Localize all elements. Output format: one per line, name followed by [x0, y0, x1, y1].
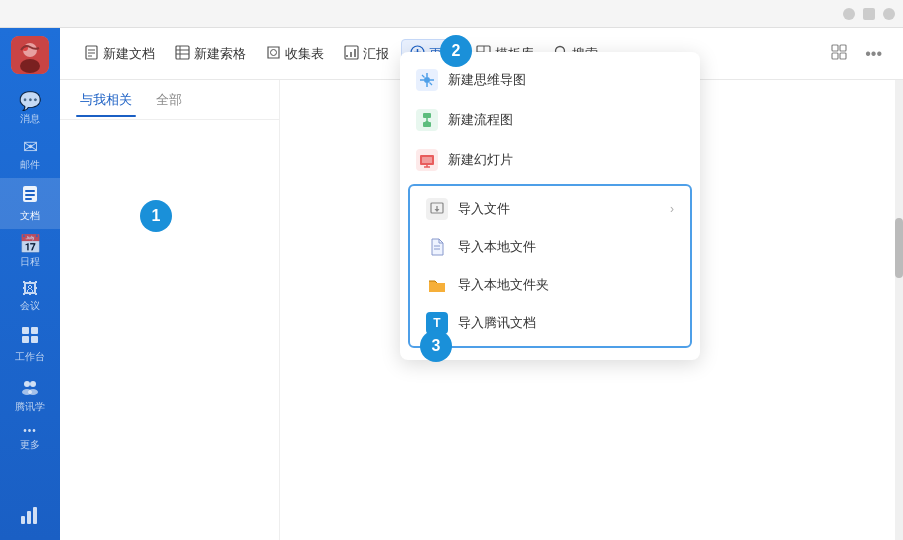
new-doc-icon [84, 45, 99, 63]
svg-point-13 [30, 381, 36, 387]
new-table-label: 新建索格 [194, 45, 246, 63]
import-local-folder-label: 导入本地文件夹 [458, 276, 549, 294]
svg-point-44 [424, 77, 430, 83]
report-button[interactable]: 汇报 [336, 40, 397, 68]
sidebar-item-docs[interactable]: 文档 [0, 178, 60, 229]
sidebar-item-mail[interactable]: ✉ 邮件 [0, 132, 60, 178]
svg-rect-8 [22, 327, 29, 334]
import-local-file[interactable]: 导入本地文件 [410, 228, 690, 266]
workspace-icon [20, 325, 40, 348]
import-section: 导入文件 › 导入本地文件 [408, 184, 692, 348]
import-icon [426, 198, 448, 220]
import-chevron-icon: › [670, 202, 674, 216]
mindmap-icon [416, 69, 438, 91]
sidebar-item-workspace[interactable]: 工作台 [0, 319, 60, 370]
svg-rect-56 [422, 157, 432, 163]
maximize-button[interactable] [863, 8, 875, 20]
svg-point-27 [271, 49, 277, 55]
svg-rect-40 [832, 45, 838, 51]
sidebar-label-calendar: 日程 [20, 255, 40, 269]
sidebar-label-more: 更多 [20, 438, 40, 452]
tab-all[interactable]: 全部 [152, 83, 186, 117]
scrollbar-thumb[interactable] [895, 218, 903, 278]
report-icon [344, 45, 359, 63]
dropdown-slides[interactable]: 新建幻灯片 [400, 140, 700, 180]
stats-icon [19, 504, 41, 530]
collect-button[interactable]: 收集表 [258, 40, 332, 68]
sidebar-label-docs: 文档 [20, 209, 40, 223]
minimize-button[interactable] [843, 8, 855, 20]
tab-related[interactable]: 与我相关 [76, 83, 136, 117]
import-local-file-label: 导入本地文件 [458, 238, 536, 256]
mindmap-label: 新建思维导图 [448, 71, 526, 89]
svg-rect-41 [840, 45, 846, 51]
svg-rect-18 [33, 507, 37, 524]
svg-point-2 [20, 59, 40, 73]
avatar[interactable] [11, 36, 49, 74]
flow-label: 新建流程图 [448, 111, 513, 129]
badge-2: 2 [440, 35, 472, 67]
svg-rect-43 [840, 53, 846, 59]
import-tencent-docs[interactable]: T 导入腾讯文档 [410, 304, 690, 342]
svg-rect-10 [22, 336, 29, 343]
svg-rect-9 [31, 327, 38, 334]
sidebar-label-meeting: 会议 [20, 299, 40, 313]
sidebar-item-meeting[interactable]: 🖼 会议 [0, 275, 60, 319]
mail-icon: ✉ [23, 138, 38, 156]
new-doc-button[interactable]: 新建文档 [76, 40, 163, 68]
report-label: 汇报 [363, 45, 389, 63]
docs-icon [20, 184, 40, 207]
svg-rect-11 [31, 336, 38, 343]
meeting-icon: 🖼 [22, 281, 38, 297]
calendar-icon: 📅 [19, 235, 41, 253]
import-tencent-label: 导入腾讯文档 [458, 314, 536, 332]
badge-3-pos: 3 [420, 330, 452, 362]
more-nav-icon: ••• [23, 426, 37, 436]
svg-line-50 [430, 83, 433, 86]
svg-rect-6 [25, 194, 35, 196]
sidebar-item-messages[interactable]: 💬 消息 [0, 86, 60, 132]
svg-point-15 [28, 389, 38, 395]
sidebar-label-mail: 邮件 [20, 158, 40, 172]
local-folder-icon [426, 274, 448, 296]
sidebar-item-tencent[interactable]: 腾讯学 [0, 370, 60, 420]
scrollbar-track[interactable] [895, 80, 903, 540]
svg-line-49 [422, 75, 425, 78]
dropdown-mindmap[interactable]: 新建思维导图 [400, 60, 700, 100]
sidebar-label-workspace: 工作台 [15, 350, 45, 364]
new-table-button[interactable]: 新建索格 [167, 40, 254, 68]
sidebar-label-tencent: 腾讯学 [15, 400, 45, 414]
sidebar: 💬 消息 ✉ 邮件 文档 📅 日程 🖼 会议 [0, 28, 60, 540]
svg-rect-51 [423, 113, 431, 118]
grid-view-button[interactable] [826, 39, 852, 69]
window-controls[interactable] [843, 8, 895, 20]
dropdown-flow[interactable]: 新建流程图 [400, 100, 700, 140]
tencent-icon [20, 376, 40, 398]
import-label: 导入文件 [458, 200, 510, 218]
svg-rect-17 [27, 511, 31, 524]
import-submenu: 导入本地文件 导入本地文件夹 T 导入腾讯文档 [410, 228, 690, 342]
import-local-folder[interactable]: 导入本地文件夹 [410, 266, 690, 304]
flow-icon [416, 109, 438, 131]
sidebar-label-messages: 消息 [20, 112, 40, 126]
svg-rect-42 [832, 53, 838, 59]
collect-icon [266, 45, 281, 63]
close-button[interactable] [883, 8, 895, 20]
avatar-image [11, 36, 49, 74]
svg-rect-23 [176, 46, 189, 59]
grid-icon [831, 44, 847, 60]
messages-icon: 💬 [19, 92, 41, 110]
svg-rect-5 [25, 190, 35, 192]
tabs-bar: 与我相关 全部 [60, 80, 279, 120]
local-file-icon [426, 236, 448, 258]
badge-1: 1 [140, 200, 172, 232]
sidebar-item-more[interactable]: ••• 更多 [0, 420, 60, 458]
slides-icon [416, 149, 438, 171]
options-button[interactable]: ••• [860, 40, 887, 68]
import-header[interactable]: 导入文件 › [410, 190, 690, 228]
sidebar-item-calendar[interactable]: 📅 日程 [0, 229, 60, 275]
svg-rect-7 [25, 198, 32, 200]
svg-rect-16 [21, 516, 25, 524]
collect-label: 收集表 [285, 45, 324, 63]
sidebar-bottom[interactable] [19, 504, 41, 530]
